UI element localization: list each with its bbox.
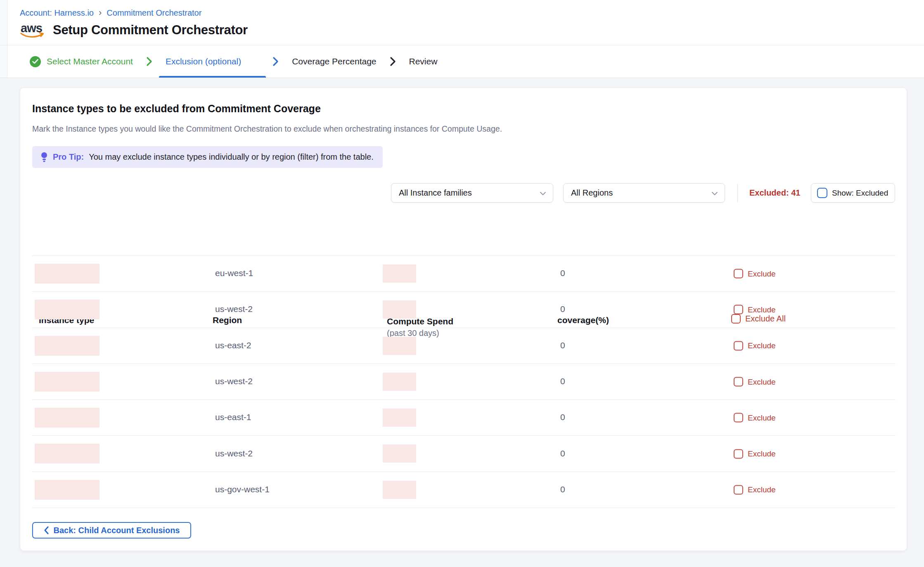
breadcrumb-separator-icon: › [99,8,102,17]
back-button-label: Back: Child Account Exclusions [54,526,180,535]
instance-type-redacted [35,480,100,500]
table-row: us-gov-west-1 0 Exclude [32,472,896,508]
instance-type-redacted [35,336,100,356]
compute-spend-redacted [383,373,416,391]
lightbulb-icon [40,152,48,163]
exclude-checkbox[interactable] [734,449,743,458]
show-excluded-label: Show: Excluded [832,189,888,198]
table-row: us-east-1 0 Exclude [32,400,896,436]
exclude-checkbox[interactable] [734,305,743,314]
instance-families-value: All Instance families [399,188,472,198]
stepper-divider [0,78,924,78]
excluded-count: Excluded: 41 [749,183,800,203]
instance-type-redacted [35,408,100,428]
step-coverage-percentage[interactable]: Coverage Percentage [285,45,383,78]
exclude-checkbox[interactable] [734,485,743,494]
region-cell: us-west-2 [215,448,253,458]
left-gutter [0,0,7,78]
coverage-cell: 0 [560,340,565,350]
coverage-cell: 0 [560,268,565,278]
page-header: Account: Harness.io › Commitment Orchest… [0,0,924,78]
exclude-label: Exclude [748,485,776,494]
breadcrumb-page-link[interactable]: Commitment Orchestrator [107,8,201,18]
exclude-toggle[interactable]: Exclude [734,341,776,350]
coverage-cell: 0 [560,376,565,386]
show-excluded-checkbox[interactable] [817,188,827,198]
breadcrumb: Account: Harness.io › Commitment Orchest… [20,8,201,18]
step-review[interactable]: Review [403,45,444,78]
exclude-label: Exclude [748,377,776,386]
exclude-label: Exclude [748,341,776,350]
step-label: Exclusion (optional) [166,57,241,66]
table-row: us-west-2 0 Exclude [32,292,896,328]
show-excluded-toggle[interactable]: Show: Excluded [811,183,895,203]
aws-smile-icon [20,32,45,39]
pro-tip-label: Pro Tip: [53,152,84,162]
instance-type-redacted [35,300,100,319]
region-cell: us-east-1 [215,412,251,422]
chevron-right-icon [272,57,279,66]
region-cell: eu-west-1 [215,268,253,278]
table-row: us-east-2 0 Exclude [32,328,896,364]
exclude-label: Exclude [748,413,776,422]
compute-spend-redacted [383,300,416,319]
chevron-left-icon [44,526,49,534]
pro-tip-text: You may exclude instance types individua… [89,152,374,162]
chevron-right-icon [146,57,152,66]
title-row: aws Setup Commitment Orchestrator [20,21,248,39]
coverage-cell: 0 [560,304,565,314]
chevron-down-icon [540,188,546,198]
region-cell: us-gov-west-1 [215,484,270,494]
compute-spend-redacted [383,481,416,499]
pro-tip-banner: Pro Tip: You may exclude instance types … [32,146,383,168]
exclude-toggle[interactable]: Exclude [734,485,776,494]
exclude-toggle[interactable]: Exclude [734,449,776,458]
table-row: us-west-2 0 Exclude [32,364,896,400]
panel-heading: Instance types to be excluded from Commi… [32,103,321,115]
exclude-label: Exclude [748,269,776,278]
step-label: Coverage Percentage [292,57,376,66]
aws-logo: aws [20,21,45,39]
coverage-cell: 0 [560,412,565,422]
page-title: Setup Commitment Orchestrator [53,23,248,38]
exclude-toggle[interactable]: Exclude [734,413,776,423]
exclude-toggle[interactable]: Exclude [734,305,776,314]
step-complete-icon [30,56,41,67]
instance-type-redacted [35,264,100,284]
exclude-checkbox[interactable] [734,377,743,387]
instance-table-body: eu-west-1 0 Exclude us-west-2 0 Exclude … [32,255,896,508]
coverage-cell: 0 [560,448,565,458]
chevron-right-icon [390,57,396,66]
exclude-toggle[interactable]: Exclude [734,377,776,387]
instance-type-redacted [35,444,100,463]
coverage-cell: 0 [560,484,565,494]
exclude-label: Exclude [748,305,776,314]
table-row: eu-west-1 0 Exclude [32,256,896,292]
regions-dropdown[interactable]: All Regions [563,183,725,203]
step-label: Select Master Account [47,57,133,66]
region-cell: us-west-2 [215,304,253,314]
regions-value: All Regions [571,188,613,198]
table-row: us-west-2 0 Exclude [32,436,896,472]
breadcrumb-account-link[interactable]: Account: Harness.io [20,8,94,18]
instance-type-redacted [35,372,100,392]
compute-spend-redacted [383,409,416,427]
step-select-master-account[interactable]: Select Master Account [23,45,140,78]
exclude-checkbox[interactable] [734,341,743,350]
step-exclusion[interactable]: Exclusion (optional) [159,45,266,78]
compute-spend-redacted [383,444,416,463]
compute-spend-redacted [383,265,416,283]
step-label: Review [409,57,438,66]
instance-families-dropdown[interactable]: All Instance families [391,183,553,203]
chevron-down-icon [711,188,718,198]
exclude-checkbox[interactable] [734,269,743,279]
compute-spend-redacted [383,337,416,355]
region-cell: us-east-2 [215,340,251,350]
exclude-toggle[interactable]: Exclude [734,269,776,279]
filter-separator [737,184,738,202]
wizard-stepper: Select Master Account Exclusion (optiona… [23,45,444,78]
back-button[interactable]: Back: Child Account Exclusions [32,522,191,539]
panel-subheading: Mark the Instance types you would like t… [32,124,502,134]
region-cell: us-west-2 [215,376,253,386]
exclude-checkbox[interactable] [734,413,743,423]
